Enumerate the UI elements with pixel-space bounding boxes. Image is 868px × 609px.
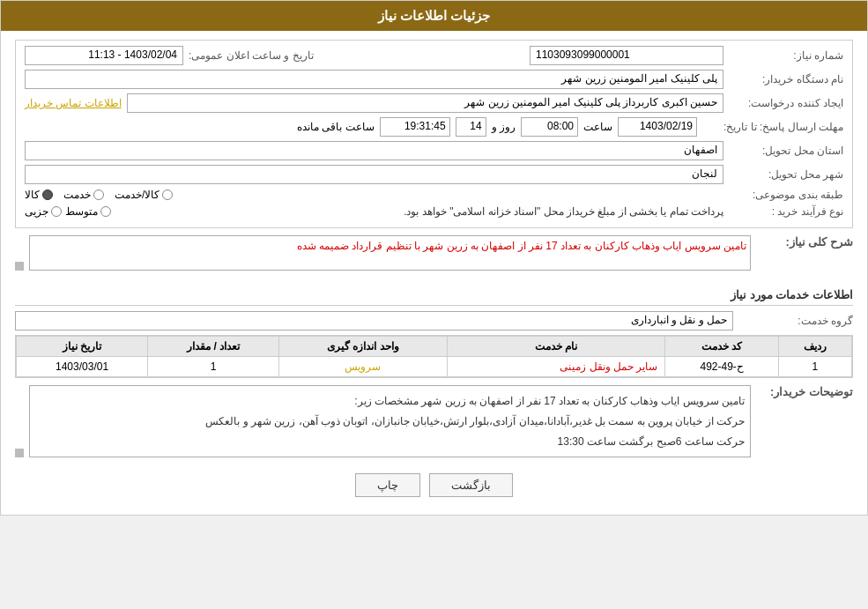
cell-quantity: 1 <box>148 357 279 377</box>
cell-date: 1403/03/01 <box>17 357 148 377</box>
table-row: 1 ح-49-492 سایر حمل ونقل زمینی سرویس 1 1… <box>17 357 852 377</box>
description-label: شرح کلی نیاز: <box>756 235 853 249</box>
response-date: 1403/02/19 <box>618 117 697 137</box>
process-options: پرداخت تمام یا بخشی از مبلغ خریداز محل "… <box>25 205 723 218</box>
province-value: اصفهان <box>25 141 723 160</box>
description-text: تامین سرویس ایاب وذهاب کارکنان به تعداد … <box>29 235 751 271</box>
page-title: جزئیات اطلاعات نیاز <box>378 8 490 23</box>
print-button[interactable]: چاپ <box>355 473 420 497</box>
col-row-num: ردیف <box>778 337 851 357</box>
services-section: اطلاعات خدمات مورد نیاز گروه خدمت: حمل و… <box>15 288 853 378</box>
creator-label: ایجاد کننده درخواست: <box>729 97 843 109</box>
category-radio-group: کالا/خدمت خدمت کالا <box>25 189 723 201</box>
category-option-kala-khadamat[interactable]: کالا/خدمت <box>115 189 173 201</box>
process-label: نوع فرآیند خرید : <box>729 205 843 218</box>
buyer-description-box: تامین سرویس ایاب وذهاب کارکنان به تعداد … <box>29 385 751 457</box>
category-khadamat-label: خدمت <box>63 189 91 201</box>
buyer-description-label: توضیحات خریدار: <box>756 385 853 398</box>
col-date: تاریخ نیاز <box>17 337 148 357</box>
city-label: شهر محل تحویل: <box>729 168 843 181</box>
response-remaining: 19:31:45 <box>380 117 450 137</box>
response-days: 14 <box>456 117 486 137</box>
services-table-container: ردیف کد خدمت نام خدمت واحد اندازه گیری ت… <box>15 335 853 378</box>
response-deadline-row: مهلت ارسال پاسخ: تا تاریخ: 1403/02/19 سا… <box>25 117 843 137</box>
category-kala-khadamat-label: کالا/خدمت <box>115 189 160 201</box>
process-option-jozei[interactable]: جزیی <box>25 205 62 218</box>
category-option-khadamat[interactable]: خدمت <box>63 189 104 201</box>
buyer-org-row: نام دستگاه خریدار: پلی کلینیک امیر الموم… <box>25 70 843 89</box>
need-number-row: شماره نیاز: 1103093099000001 تاریخ و ساع… <box>25 46 843 65</box>
buyer-desc-line3: حرکت ساعت 6صبح برگشت ساعت 13:30 <box>35 432 745 452</box>
response-remaining-label: ساعت باقی مانده <box>297 121 375 133</box>
service-group-row: گروه خدمت: حمل و نقل و انبارداری <box>15 311 853 330</box>
buyer-org-value: پلی کلینیک امیر المومنین زرین شهر <box>25 70 723 89</box>
announcement-date-label: تاریخ و ساعت اعلان عمومی: <box>189 49 314 62</box>
cell-row-num: 1 <box>778 357 851 377</box>
buyer-resize-handle[interactable] <box>15 449 24 457</box>
announcement-date-value: 1403/02/04 - 11:13 <box>25 46 183 65</box>
buyer-desc-line2: حرکت از خیابان پروین به سمت بل غدیر،آباد… <box>35 412 745 432</box>
radio-khadamat-dot <box>93 189 104 200</box>
services-title: اطلاعات خدمات مورد نیاز <box>15 288 853 306</box>
process-note: پرداخت تمام یا بخشی از مبلغ خریداز محل "… <box>115 205 723 218</box>
need-number-label: شماره نیاز: <box>729 49 843 62</box>
province-row: استان محل تحویل: اصفهان <box>25 141 843 160</box>
creator-row: ایجاد کننده درخواست: حسین اکبری کاربرداز… <box>25 93 843 113</box>
radio-jozei-dot <box>51 206 62 217</box>
services-table: ردیف کد خدمت نام خدمت واحد اندازه گیری ت… <box>16 336 852 377</box>
contact-link[interactable]: اطلاعات تماس خریدار <box>25 97 122 109</box>
cell-service-code: ح-49-492 <box>665 357 778 377</box>
resize-handle[interactable] <box>15 262 24 271</box>
radio-kala-dot <box>42 189 53 200</box>
city-value: لنجان <box>25 165 723 184</box>
response-time: 08:00 <box>521 117 578 137</box>
col-service-code: کد خدمت <box>665 337 778 357</box>
category-kala-label: کالا <box>25 189 40 201</box>
col-service-name: نام خدمت <box>447 337 665 357</box>
footer-buttons: بازگشت چاپ <box>15 464 853 506</box>
service-group-label: گروه خدمت: <box>738 315 853 327</box>
description-row: شرح کلی نیاز: تامین سرویس ایاب وذهاب کار… <box>15 235 853 271</box>
process-jozei-label: جزیی <box>25 205 48 218</box>
response-time-label: ساعت <box>583 121 612 133</box>
province-label: استان محل تحویل: <box>729 145 843 157</box>
back-button[interactable]: بازگشت <box>429 473 513 497</box>
creator-value: حسین اکبری کاربرداز پلی کلینیک امیر المو… <box>127 93 723 113</box>
process-type-row: نوع فرآیند خرید : پرداخت تمام یا بخشی از… <box>25 205 843 218</box>
cell-service-name: سایر حمل ونقل زمینی <box>447 357 665 377</box>
radio-kala-khadamat-dot <box>162 189 173 200</box>
category-row: طبقه بندی موضوعی: کالا/خدمت خدمت کالا <box>25 189 843 201</box>
response-deadline-label: مهلت ارسال پاسخ: تا تاریخ: <box>702 121 843 133</box>
radio-mutawasit-dot <box>100 206 111 217</box>
cell-unit: سرویس <box>279 357 448 377</box>
process-option-mutawasit[interactable]: متوسط <box>65 205 111 218</box>
page-header: جزئیات اطلاعات نیاز <box>1 1 867 31</box>
col-quantity: تعداد / مقدار <box>148 337 279 357</box>
response-days-label: روز و <box>492 121 516 133</box>
col-unit: واحد اندازه گیری <box>279 337 448 357</box>
buyer-org-label: نام دستگاه خریدار: <box>729 73 843 85</box>
buyer-desc-line1: تامین سرویس ایاب وذهاب کارکنان به تعداد … <box>35 391 745 412</box>
category-label: طبقه بندی موضوعی: <box>729 189 843 201</box>
category-option-kala[interactable]: کالا <box>25 189 53 201</box>
city-row: شهر محل تحویل: لنجان <box>25 165 843 184</box>
process-mutawasit-label: متوسط <box>65 205 98 218</box>
main-form: شماره نیاز: 1103093099000001 تاریخ و ساع… <box>15 40 853 228</box>
service-group-value: حمل و نقل و انبارداری <box>15 311 733 330</box>
need-number-value: 1103093099000001 <box>530 46 723 65</box>
buyer-description-row: توضیحات خریدار: تامین سرویس ایاب وذهاب ک… <box>15 385 853 457</box>
